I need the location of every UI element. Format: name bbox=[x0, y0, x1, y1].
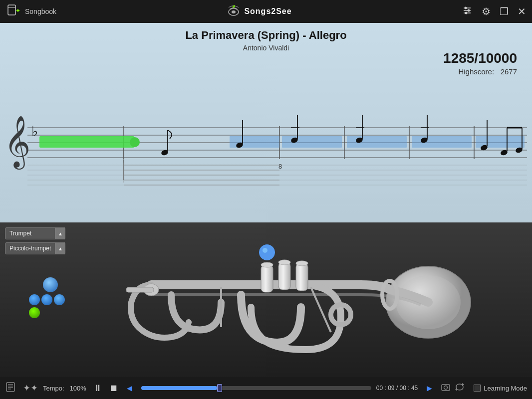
speed-down-button[interactable]: ◀ bbox=[123, 382, 136, 395]
close-icon[interactable]: ✕ bbox=[518, 5, 526, 17]
trumpet-svg bbox=[66, 237, 476, 377]
highscore-label: Highscore: bbox=[458, 67, 494, 76]
top-bar-right: ⚙ ❐ ✕ bbox=[462, 5, 526, 18]
svg-point-11 bbox=[465, 11, 467, 14]
svg-point-72 bbox=[296, 261, 308, 266]
svg-rect-31 bbox=[412, 136, 472, 148]
svg-point-88 bbox=[444, 386, 448, 389]
windows-icon[interactable]: ❐ bbox=[500, 5, 509, 17]
staff-svg: 𝄞 ♭ bbox=[0, 83, 532, 193]
learning-mode-checkbox[interactable] bbox=[474, 385, 481, 392]
svg-point-71 bbox=[278, 260, 290, 265]
tempo-label: Tempo: 100% bbox=[43, 385, 86, 392]
songbook-label: Songbook bbox=[25, 7, 56, 15]
svg-rect-87 bbox=[442, 385, 450, 391]
svg-point-9 bbox=[464, 6, 467, 9]
instrument-area: Trumpet ▲ Piccolo-trumpet ▲ bbox=[0, 222, 532, 377]
piccolo-trumpet-label: Piccolo-trumpet bbox=[5, 245, 55, 252]
score-current: 1285/10000 bbox=[443, 50, 517, 66]
app-logo-area: Songs2See bbox=[226, 4, 291, 19]
svg-rect-67 bbox=[261, 265, 273, 292]
new-song-icon[interactable] bbox=[6, 3, 20, 20]
time-total: 00 : 45 bbox=[400, 385, 418, 392]
playback-controls: ⏸ ⏹ ◀ bbox=[91, 382, 136, 395]
top-bar: Songbook Songs2See ⚙ ❐ ✕ bbox=[0, 0, 532, 23]
staff-container: 𝄞 ♭ bbox=[0, 83, 532, 193]
sparkle-icon[interactable]: ✦✦ bbox=[23, 383, 38, 394]
trumpet-illustration bbox=[50, 242, 492, 372]
score-highscore: Highscore: 2677 bbox=[443, 67, 517, 76]
tempo-value: 100% bbox=[69, 385, 86, 392]
snapshot-icon[interactable] bbox=[441, 382, 451, 395]
progress-track[interactable] bbox=[141, 386, 371, 390]
settings-icon[interactable]: ⚙ bbox=[482, 5, 491, 17]
app-logo-icon bbox=[226, 4, 241, 19]
mixer-icon[interactable] bbox=[462, 5, 473, 18]
svg-rect-30 bbox=[347, 136, 407, 148]
valve-blue-1 bbox=[29, 294, 40, 305]
svg-point-5 bbox=[232, 10, 236, 13]
svg-text:♭: ♭ bbox=[31, 124, 38, 139]
svg-text:𝄞: 𝄞 bbox=[4, 116, 30, 170]
bottom-bar: ✦✦ Tempo: 100% ⏸ ⏹ ◀ 00 : 09 / 00 : 45 ▶ bbox=[0, 377, 532, 399]
svg-point-27 bbox=[130, 137, 140, 147]
highscore-value: 2677 bbox=[501, 67, 517, 76]
loop-icon[interactable] bbox=[455, 382, 465, 395]
svg-rect-0 bbox=[8, 5, 15, 15]
svg-rect-82 bbox=[6, 383, 14, 392]
trumpet-label: Trumpet bbox=[5, 230, 55, 237]
valve-green-1 bbox=[29, 307, 40, 318]
time-current: 00 : 09 bbox=[376, 385, 395, 392]
song-title: La Primavera (Spring) - Allegro bbox=[0, 29, 532, 42]
pause-button[interactable]: ⏸ bbox=[91, 382, 104, 395]
time-display: 00 : 09 / 00 : 45 bbox=[376, 385, 418, 392]
svg-rect-26 bbox=[39, 136, 134, 148]
song-title-area: La Primavera (Spring) - Allegro Antonio … bbox=[0, 23, 532, 52]
trumpet-dropdown[interactable]: Trumpet ▲ bbox=[5, 227, 65, 239]
svg-rect-77 bbox=[126, 287, 154, 292]
progress-container bbox=[141, 386, 371, 390]
app-title: Songs2See bbox=[244, 7, 291, 16]
trumpet-dropdown-arrow[interactable]: ▲ bbox=[55, 227, 65, 239]
top-bar-left: Songbook bbox=[6, 3, 56, 20]
learning-mode-area: Learning Mode bbox=[474, 385, 527, 392]
notes-icon[interactable] bbox=[5, 381, 18, 396]
svg-point-70 bbox=[261, 262, 273, 267]
tempo-text-label: Tempo: bbox=[43, 385, 64, 392]
svg-text:8: 8 bbox=[278, 163, 282, 170]
svg-rect-68 bbox=[278, 262, 290, 290]
svg-rect-29 bbox=[282, 136, 342, 148]
sheet-music-area: La Primavera (Spring) - Allegro Antonio … bbox=[0, 23, 532, 222]
progress-fill bbox=[141, 386, 217, 390]
svg-point-75 bbox=[263, 248, 267, 253]
stop-button[interactable]: ⏹ bbox=[107, 382, 120, 395]
right-controls bbox=[441, 382, 465, 395]
score-area: 1285/10000 Highscore: 2677 bbox=[443, 50, 517, 76]
svg-rect-69 bbox=[296, 263, 308, 291]
learning-mode-label: Learning Mode bbox=[484, 385, 527, 392]
time-separator: / bbox=[396, 385, 400, 392]
speed-up-button[interactable]: ▶ bbox=[423, 382, 436, 395]
progress-thumb[interactable] bbox=[217, 384, 222, 392]
svg-point-74 bbox=[259, 244, 275, 260]
svg-point-10 bbox=[467, 9, 470, 11]
